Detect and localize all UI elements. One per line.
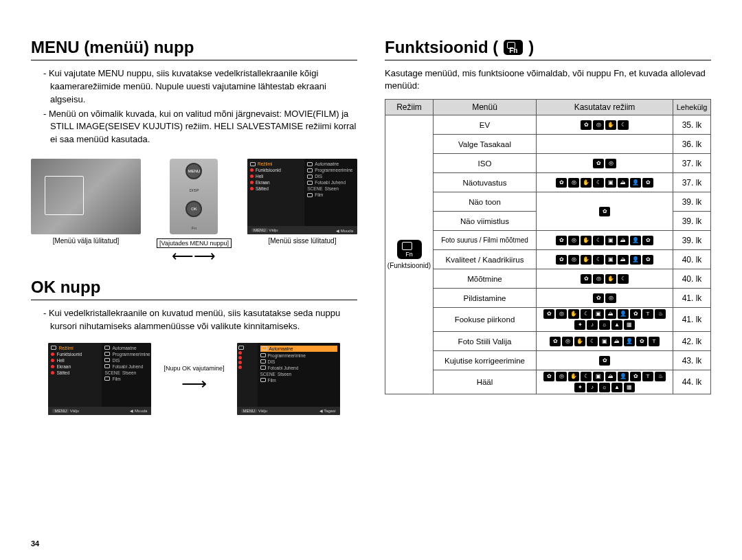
camera-button-panel: MENU DISP OK Fn bbox=[170, 159, 218, 234]
mode-icon: ☾ bbox=[581, 372, 592, 381]
mode-icon: ✿ bbox=[556, 255, 567, 265]
mode-icon: ♪ bbox=[587, 383, 598, 392]
mode-icon: ✿ bbox=[556, 178, 567, 188]
menu-left-item: Ekraan bbox=[256, 180, 270, 185]
table-row: Hääl✿◎✋☾▣⛰👤✿T♨✦♪☼▲▦44. lk bbox=[385, 370, 711, 394]
mode-icon: ◎ bbox=[562, 337, 573, 346]
applicable-mode-cell: ✿◎ bbox=[537, 154, 673, 173]
menu-right-item: Automaatne bbox=[315, 161, 339, 166]
disp-label: DISP bbox=[189, 188, 199, 192]
mode-icon: ☾ bbox=[618, 274, 629, 284]
mode-icon: ◎ bbox=[605, 159, 616, 168]
menu-para-2: - Menüü on võimalik kuvada, kui on valit… bbox=[43, 108, 357, 147]
mode-icon: ☾ bbox=[581, 309, 592, 319]
applicable-mode-cell: ✿◎✋☾▣⛰👤✿ bbox=[537, 250, 673, 269]
mode-icon: ▣ bbox=[605, 255, 616, 265]
mode-icon: ✋ bbox=[568, 372, 579, 381]
menu-cell: Näo viimistlus bbox=[434, 212, 537, 231]
menu-screens-row: [Menüü välja lülitatud] MENU DISP OK Fn … bbox=[31, 159, 357, 260]
mode-icon: ⛰ bbox=[611, 337, 622, 346]
mode-icon: ✋ bbox=[581, 178, 592, 188]
mode-icon: ◎ bbox=[593, 274, 604, 284]
menu-cell: Näotuvastus bbox=[434, 173, 537, 192]
menu-left-item: Heli bbox=[256, 174, 263, 179]
menu-para-1: - Kui vajutate MENU nuppu, siis kuvataks… bbox=[43, 67, 357, 107]
ok-screens-row: Režiimi Funktsioonid Heli Ekraan Sätted … bbox=[31, 343, 357, 415]
section-menu-title: MENU (menüü) nupp bbox=[31, 38, 357, 60]
page-cell: 43. lk bbox=[673, 351, 711, 370]
section-ok-title-text: OK nupp bbox=[31, 278, 100, 297]
mode-icon: ◎ bbox=[605, 293, 616, 303]
table-row: Kujutise korrigeerimine✿43. lk bbox=[385, 351, 711, 370]
mode-icon: ✋ bbox=[605, 120, 616, 130]
menu-right-scene: SCENE bbox=[307, 186, 322, 191]
mode-icon: ✿ bbox=[642, 178, 653, 188]
mode-icon: ✿ bbox=[543, 372, 554, 381]
ok-para: - Kui vedelkristallekraanile on kuvatud … bbox=[43, 307, 357, 333]
mode-icon: 👤 bbox=[618, 372, 629, 381]
mode-icon: ☼ bbox=[599, 383, 610, 392]
mode-icon: ✋ bbox=[605, 274, 616, 284]
mode-icon: ◎ bbox=[593, 120, 604, 130]
menu-left-item: Sätted bbox=[256, 186, 269, 191]
menu-cell: Foto suurus / Filmi mõõtmed bbox=[434, 231, 537, 250]
menu-right-item: Programmeerimine bbox=[315, 168, 352, 172]
mode-icon: ⛰ bbox=[605, 309, 616, 319]
table-row: Pildistamine✿◎41. lk bbox=[385, 289, 711, 308]
mode-icon: ☾ bbox=[618, 120, 629, 130]
mode-icon: T bbox=[649, 337, 660, 346]
mode-icon: ▲ bbox=[611, 383, 622, 392]
mode-icon: ✦ bbox=[574, 383, 585, 392]
mode-icon: ☾ bbox=[587, 337, 598, 346]
applicable-mode-cell: ✿◎✋☾ bbox=[537, 115, 673, 135]
menu-cell: Kvaliteet / Kaadrikiirus bbox=[434, 250, 537, 269]
mode-icon: ✿ bbox=[550, 337, 561, 346]
page-cell: 39. lk bbox=[673, 231, 711, 250]
table-row: Näo toon✿39. lk bbox=[385, 192, 711, 212]
mode-icon: ⛰ bbox=[605, 372, 616, 381]
functions-table: Režiim Menüü Kasutatav režiim Lehekülg F… bbox=[385, 99, 711, 394]
mode-icon: ◎ bbox=[568, 178, 579, 188]
mode-icon: 👤 bbox=[630, 178, 641, 188]
section-menu-body: - Kui vajutate MENU nuppu, siis kuvataks… bbox=[43, 67, 357, 146]
applicable-mode-cell: ✿ bbox=[537, 192, 673, 231]
applicable-mode-cell: ✿◎✋☾▣⛰👤✿T♨✦♪☼▲▦ bbox=[537, 308, 673, 332]
menu-cell: Hääl bbox=[434, 370, 537, 394]
menu-cell: Pildistamine bbox=[434, 289, 537, 308]
page-cell: 35. lk bbox=[673, 115, 711, 135]
menu-right-item: Fotoabi Juhend bbox=[315, 180, 346, 185]
mode-icon: ✿ bbox=[630, 372, 641, 381]
screen-menu-off: [Menüü välja lülitatud] bbox=[31, 159, 141, 245]
mode-icon: ✿ bbox=[599, 356, 610, 366]
mode-icon: ▦ bbox=[624, 320, 635, 330]
mode-icon: ✿ bbox=[581, 120, 592, 130]
mode-icon: ⛰ bbox=[618, 255, 629, 265]
lcd-menu-on: Režiimi Funktsioonid Heli Ekraan Sätted … bbox=[247, 159, 357, 234]
mode-icon: 👤 bbox=[624, 337, 635, 346]
mode-icon: ✿ bbox=[593, 293, 604, 303]
section-functions-title: Funktsioonid ( Fn ) bbox=[385, 38, 711, 60]
page-number: 34 bbox=[31, 539, 39, 548]
mode-icon: ◎ bbox=[556, 309, 567, 319]
mode-icon: ✋ bbox=[568, 309, 579, 319]
menu-left-title: Režiimi bbox=[258, 161, 272, 166]
page-cell: 37. lk bbox=[673, 173, 711, 192]
page-cell: 40. lk bbox=[673, 250, 711, 269]
mode-icon: ☼ bbox=[599, 320, 610, 330]
button-panel-column: MENU DISP OK Fn [Vajutades MENU nuppu] ⟵… bbox=[157, 159, 232, 260]
menu-cell: Valge Tasakaal bbox=[434, 135, 537, 154]
table-row: Kvaliteet / Kaadrikiirus✿◎✋☾▣⛰👤✿40. lk bbox=[385, 250, 711, 269]
fn-icon: Fn bbox=[504, 40, 523, 55]
mode-icon: ▣ bbox=[593, 372, 604, 381]
mode-icon: ✿ bbox=[593, 159, 604, 168]
mode-icon: ☾ bbox=[593, 255, 604, 265]
th-page: Lehekülg bbox=[673, 100, 711, 115]
fn-icon: Fn bbox=[397, 240, 422, 259]
mode-icon: ✿ bbox=[581, 274, 592, 284]
menu-cell: ISO bbox=[434, 154, 537, 173]
menu-cell: Mõõtmine bbox=[434, 269, 537, 289]
functions-title-close: ) bbox=[528, 38, 534, 57]
table-row: Fn(Funktsioonid)EV✿◎✋☾35. lk bbox=[385, 115, 711, 135]
applicable-mode-cell: ✿◎✋☾▣⛰👤✿ bbox=[537, 173, 673, 192]
mode-icon: ✿ bbox=[636, 337, 647, 346]
